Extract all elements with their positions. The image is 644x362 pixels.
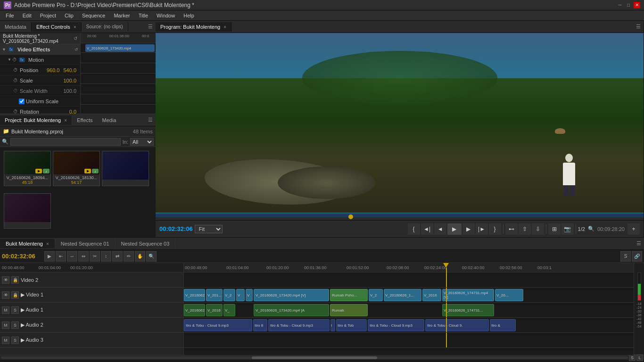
a1-clip-1[interactable]: V_2016062 bbox=[184, 304, 205, 316]
safe-margins-btn[interactable]: ⊞ bbox=[548, 223, 561, 235]
extract-btn[interactable]: ⇩ bbox=[532, 223, 544, 235]
menu-file[interactable]: File bbox=[2, 12, 18, 19]
menu-edit[interactable]: Edit bbox=[19, 12, 35, 19]
video-effects-expand[interactable]: ▼ bbox=[2, 47, 6, 52]
v2-lock-btn[interactable]: 🔒 bbox=[11, 276, 19, 284]
a2-itro-6[interactable]: Itro & Tobu - Cloud 9.mp3 bbox=[368, 319, 424, 331]
v1-clip-7[interactable]: V_20160626_1... bbox=[384, 289, 421, 301]
v1-lock-btn[interactable]: 🔒 bbox=[11, 291, 19, 299]
a2-itro-1[interactable]: Itro & Tobu - Cloud 9.mp3 bbox=[184, 319, 252, 331]
in-select[interactable]: All bbox=[130, 138, 154, 146]
v1-clip-main[interactable]: V_20160626_173420.mp4 [V] bbox=[254, 289, 329, 301]
scale-stopwatch[interactable]: ⏱ bbox=[13, 78, 19, 83]
a1-clip-174731[interactable]: V_20160626_174731... bbox=[442, 304, 494, 316]
preview-scrubber[interactable] bbox=[156, 214, 644, 220]
thumbnail-2[interactable]: ▶ ♪ V_20160626_18130...54:17 bbox=[53, 151, 100, 186]
scroll-thumb[interactable] bbox=[252, 356, 377, 359]
v1-clip-6[interactable]: V_2 bbox=[369, 289, 383, 301]
step-back-btn[interactable]: ◄ bbox=[434, 223, 446, 235]
motion-expand[interactable]: ▼ bbox=[8, 58, 12, 62]
tl-tool-ripple[interactable]: ⇤ bbox=[56, 251, 66, 262]
zoom-icon[interactable]: 🔍 bbox=[588, 226, 594, 232]
tl-tool-rate[interactable]: ⇔ bbox=[78, 251, 89, 262]
project-panel-menu[interactable]: ☰ bbox=[145, 117, 156, 123]
go-to-out-btn[interactable]: |► bbox=[476, 223, 488, 235]
v1-clip-5[interactable]: V bbox=[246, 289, 253, 301]
v1-clip-174731[interactable]: V_20160626_174731.mp4 [V] bbox=[442, 289, 494, 301]
rotation-stopwatch[interactable]: ⏱ bbox=[13, 109, 19, 114]
v1-clip-last[interactable]: V_20... bbox=[495, 289, 523, 301]
program-tab[interactable]: Program: Bukit Molenteng × bbox=[156, 22, 231, 32]
project-tab[interactable]: Project: Bukit Molenteng × bbox=[0, 115, 72, 125]
v2-clips[interactable] bbox=[184, 272, 634, 288]
position-y-value[interactable]: 540.0 bbox=[63, 67, 76, 73]
maximize-button[interactable]: □ bbox=[625, 2, 632, 8]
minimize-button[interactable]: ─ bbox=[617, 2, 623, 8]
v1-clip-3[interactable]: V_2 bbox=[223, 289, 235, 301]
preview-time[interactable]: 00:02:32:06 bbox=[159, 225, 193, 232]
a1-solo-btn[interactable]: S bbox=[11, 306, 19, 314]
search-input[interactable] bbox=[10, 138, 121, 146]
project-tab-close[interactable]: × bbox=[64, 118, 67, 123]
tl-link-btn[interactable]: 🔗 bbox=[632, 251, 642, 262]
source-tab[interactable]: Source: (no clips) bbox=[82, 22, 128, 31]
set-out-btn[interactable]: } bbox=[489, 223, 501, 235]
lift-btn[interactable]: ⇧ bbox=[519, 223, 531, 235]
tl-tab-bukit[interactable]: Bukit Molenteng × bbox=[0, 239, 55, 248]
v1-clip-4[interactable]: V bbox=[236, 289, 245, 301]
tl-panel-menu[interactable]: ☰ bbox=[634, 240, 644, 247]
tl-tab-nested01[interactable]: Nested Sequence 01 bbox=[55, 239, 116, 248]
v1-eye-btn[interactable]: 👁 bbox=[2, 291, 9, 299]
tl-link-btn2[interactable]: L bbox=[636, 354, 643, 361]
scale-value[interactable]: 100.0 bbox=[63, 78, 76, 83]
tl-tab-close[interactable]: × bbox=[46, 241, 49, 247]
thumbnail-4[interactable] bbox=[4, 193, 51, 229]
a2-itro-8[interactable]: Itro & bbox=[490, 319, 516, 331]
a1-clip-3[interactable]: V_ bbox=[223, 304, 235, 316]
scrubber-handle[interactable] bbox=[348, 214, 353, 219]
menu-sequence[interactable]: Sequence bbox=[78, 12, 109, 19]
position-stopwatch[interactable]: ⏱ bbox=[13, 67, 19, 73]
a2-itro-3[interactable]: Itro & Tobu - Cloud 9.mp3 bbox=[268, 319, 330, 331]
program-tab-close[interactable]: × bbox=[223, 25, 226, 30]
a1-main[interactable]: V_20160626_173420.mp4 [A bbox=[254, 304, 329, 316]
menu-help[interactable]: Help bbox=[180, 12, 198, 19]
program-panel-menu[interactable]: ☰ bbox=[633, 24, 644, 30]
tl-tool-slide[interactable]: ⇄ bbox=[112, 251, 123, 262]
tl-snap-btn[interactable]: S bbox=[620, 251, 631, 262]
a2-itro-2[interactable]: Itro 8 bbox=[253, 319, 267, 331]
panel-menu-btn[interactable]: ☰ bbox=[145, 24, 156, 30]
media-tab[interactable]: Media bbox=[98, 115, 121, 125]
thumbnail-1[interactable]: ▶ ♪ V_20160626_18094...45:18 bbox=[4, 151, 51, 186]
a2-clips[interactable]: Itro & Tobu - Cloud 9.mp3 Itro 8 Itro & … bbox=[184, 318, 634, 333]
set-in-btn[interactable]: { bbox=[408, 223, 420, 235]
a1-mute-btn[interactable]: M bbox=[2, 306, 9, 314]
tl-tab-nested03[interactable]: Nested Sequence 03 bbox=[116, 239, 176, 248]
menu-clip[interactable]: Clip bbox=[61, 12, 77, 19]
effects-tab[interactable]: Effects bbox=[72, 115, 97, 125]
v1-clip-rumah[interactable]: Rumah Poho... bbox=[330, 289, 368, 301]
shuttle-btn[interactable]: ⊷ bbox=[505, 223, 518, 235]
a2-itro-5[interactable]: Itro & Tob bbox=[336, 319, 367, 331]
v1-clip-1[interactable]: V_2016062... bbox=[184, 289, 205, 301]
timeline-scrollbar[interactable]: S L bbox=[0, 355, 644, 360]
a1-rumah[interactable]: Rumah bbox=[330, 304, 368, 316]
effect-controls-tab[interactable]: Effect Controls × bbox=[32, 22, 82, 32]
tl-snap-btn2[interactable]: S bbox=[629, 354, 636, 361]
thumbnail-3[interactable] bbox=[102, 151, 149, 186]
tl-tool-razor[interactable]: ✂ bbox=[90, 251, 100, 262]
rotation-value[interactable]: 0.0 bbox=[69, 109, 76, 114]
v2-eye-btn[interactable]: 👁 bbox=[2, 276, 9, 284]
play-pause-btn[interactable]: ▶ bbox=[447, 223, 462, 235]
v1-clip-8[interactable]: V_2016 bbox=[422, 289, 441, 301]
a2-mute-btn[interactable]: M bbox=[2, 321, 9, 329]
track-area[interactable]: 00:00:48:00 00:01:04:00 00:01:20:00 00:0… bbox=[184, 263, 634, 355]
video-effects-reset[interactable]: ↺ bbox=[74, 47, 78, 52]
a1-clip-2[interactable]: V_2016 bbox=[206, 304, 223, 316]
menu-window[interactable]: Window bbox=[153, 12, 179, 19]
metadata-tab[interactable]: Metadata bbox=[0, 22, 32, 32]
tl-tool-select[interactable]: ▶ bbox=[44, 251, 55, 262]
reset-icon[interactable]: ↺ bbox=[74, 36, 77, 41]
v1-clip-2[interactable]: V_201... bbox=[206, 289, 223, 301]
a2-solo-btn[interactable]: S bbox=[11, 321, 19, 329]
